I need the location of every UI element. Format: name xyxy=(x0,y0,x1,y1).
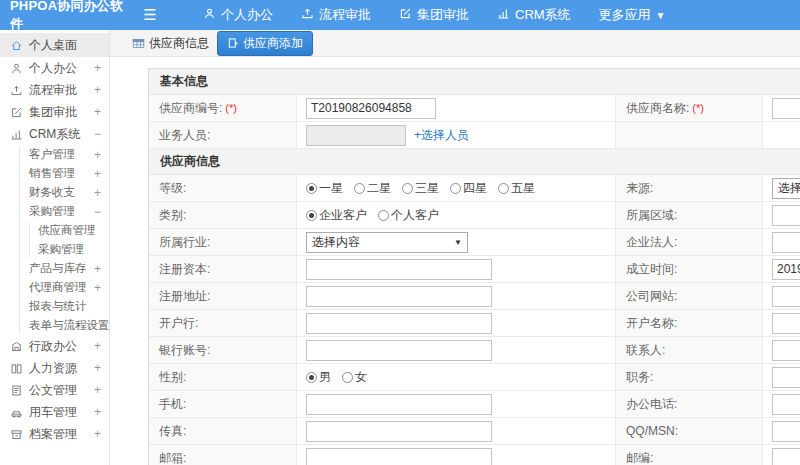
expand-indicator[interactable]: + xyxy=(94,361,101,375)
qq-msn-input[interactable] xyxy=(772,421,800,442)
radio-level-5[interactable] xyxy=(498,183,509,194)
supplier-no-input[interactable] xyxy=(306,98,436,119)
sidebar-item-purchasing[interactable]: 采购管理 xyxy=(0,240,109,259)
sidebar-item-label: 公文管理 xyxy=(29,382,77,399)
reg-capital-input[interactable] xyxy=(306,259,492,280)
reg-address-input[interactable] xyxy=(306,286,492,307)
sidebar-item-label: 集团审批 xyxy=(29,104,77,121)
expand-indicator[interactable]: + xyxy=(94,262,101,276)
sidebar-item-vehicle-mgmt[interactable]: 用车管理 + xyxy=(0,401,109,423)
nav-personal-office[interactable]: 个人办公 xyxy=(203,6,273,24)
sidebar-item-agent-mgmt[interactable]: 代理商管理 + xyxy=(0,278,109,297)
sidebar-item-customer-mgmt[interactable]: 客户管理 + xyxy=(0,145,109,164)
radio-level-3[interactable] xyxy=(402,183,413,194)
sidebar-item-label: CRM系统 xyxy=(29,126,80,143)
expand-indicator[interactable]: + xyxy=(94,427,101,441)
expand-indicator[interactable]: + xyxy=(94,105,101,119)
sidebar-item-archive-mgmt[interactable]: 档案管理 + xyxy=(0,423,109,445)
office-phone-input[interactable] xyxy=(772,394,800,415)
founded-date-input[interactable] xyxy=(772,259,800,280)
sidebar-item-product-inventory[interactable]: 产品与库存 + xyxy=(0,259,109,278)
expand-indicator[interactable]: + xyxy=(94,281,101,295)
sidebar-item-label: 代理商管理 xyxy=(29,280,87,295)
sidebar: 个人桌面 个人办公 + 流程审批 + 集团审批 + CRM系统 − 客户管理 + xyxy=(0,30,110,465)
account-name-input[interactable] xyxy=(772,313,800,334)
gender-radio-group: 男 女 xyxy=(306,369,374,386)
sidebar-item-admin-office[interactable]: 行政办公 + xyxy=(0,335,109,357)
expand-indicator[interactable]: + xyxy=(94,339,101,353)
form-row: 银行账号: 联系人: xyxy=(149,337,800,364)
bank-account-input[interactable] xyxy=(306,340,492,361)
business-person-input[interactable] xyxy=(306,125,406,146)
sidebar-item-reports-stats[interactable]: 报表与统计 xyxy=(0,297,109,316)
sidebar-item-form-flow-settings[interactable]: 表单与流程设置 + xyxy=(0,316,109,335)
radio-level-1[interactable] xyxy=(306,183,317,194)
radio-level-2[interactable] xyxy=(354,183,365,194)
collapse-indicator[interactable]: − xyxy=(94,127,101,141)
sidebar-item-purchase-mgmt[interactable]: 采购管理 − xyxy=(0,202,109,221)
nav-crm-system[interactable]: CRM系统 xyxy=(497,6,571,24)
field-label: 注册资本: xyxy=(149,256,297,282)
sidebar-item-sales-mgmt[interactable]: 销售管理 + xyxy=(0,164,109,183)
radio-level-4[interactable] xyxy=(450,183,461,194)
sidebar-item-document-mgmt[interactable]: 公文管理 + xyxy=(0,379,109,401)
sidebar-item-process-approval[interactable]: 流程审批 + xyxy=(0,79,109,101)
sidebar-item-label: 采购管理 xyxy=(29,204,75,219)
nav-group-approval[interactable]: 集团审批 xyxy=(399,6,469,24)
expand-indicator[interactable]: + xyxy=(94,383,101,397)
industry-select[interactable]: 选择内容▼ xyxy=(306,232,468,253)
form-row: 所属行业: 选择内容▼ 企业法人: xyxy=(149,229,800,256)
mobile-input[interactable] xyxy=(306,394,492,415)
website-input[interactable] xyxy=(772,286,800,307)
sidebar-item-crm-system[interactable]: CRM系统 − xyxy=(0,123,109,145)
sidebar-item-group-approval[interactable]: 集团审批 + xyxy=(0,101,109,123)
legal-person-input[interactable] xyxy=(772,232,800,253)
position-input[interactable] xyxy=(772,367,800,388)
field-label: 性别: xyxy=(149,364,297,390)
radio-male[interactable] xyxy=(306,372,317,383)
document-icon xyxy=(10,384,23,397)
source-select[interactable]: 选择内容▼ xyxy=(772,178,800,199)
field-label: 银行账号: xyxy=(149,337,297,363)
form-row: 业务人员: +选择人员 xyxy=(149,122,800,149)
region-input[interactable] xyxy=(772,205,800,226)
expand-indicator[interactable]: + xyxy=(94,405,101,419)
email-input[interactable] xyxy=(306,448,492,465)
sidebar-item-human-resources[interactable]: 人力资源 + xyxy=(0,357,109,379)
supplier-name-input[interactable] xyxy=(772,98,800,119)
expand-indicator[interactable]: + xyxy=(94,186,101,200)
sidebar-item-label: 报表与统计 xyxy=(29,299,87,314)
tab-supplier-add[interactable]: 供应商添加 xyxy=(217,31,313,56)
expand-indicator[interactable]: + xyxy=(94,83,101,97)
expand-indicator[interactable]: + xyxy=(94,167,101,181)
zip-input[interactable] xyxy=(772,448,800,465)
expand-indicator[interactable]: + xyxy=(94,148,101,162)
field-label: 所属行业: xyxy=(149,229,297,255)
bank-input[interactable] xyxy=(306,313,492,334)
crm-submenu: 客户管理 + 销售管理 + 财务收支 + 采购管理 − 供应商管理 采购管理 xyxy=(0,145,109,335)
radio-label: 一星 xyxy=(319,180,343,197)
field-label: 公司网站: xyxy=(616,283,763,309)
sidebar-item-personal-office[interactable]: 个人办公 + xyxy=(0,57,109,79)
menu-toggle-icon[interactable]: ☰ xyxy=(135,6,165,24)
tab-supplier-info[interactable]: 供应商信息 xyxy=(132,35,209,52)
field-label: 手机: xyxy=(149,391,297,417)
radio-personal-customer[interactable] xyxy=(378,210,389,221)
radio-enterprise-customer[interactable] xyxy=(306,210,317,221)
nav-label: 更多应用 xyxy=(599,6,651,24)
collapse-indicator[interactable]: − xyxy=(94,205,101,219)
expand-indicator[interactable]: + xyxy=(94,61,101,75)
radio-female[interactable] xyxy=(342,372,353,383)
field-label: 类别: xyxy=(149,202,297,228)
category-radio-group: 企业客户 个人客户 xyxy=(306,207,446,224)
sidebar-item-personal-desktop[interactable]: 个人桌面 xyxy=(0,33,109,57)
fax-input[interactable] xyxy=(306,421,492,442)
choose-person-link[interactable]: +选择人员 xyxy=(414,127,469,144)
nav-process-approval[interactable]: 流程审批 xyxy=(301,6,371,24)
sidebar-item-label: 行政办公 xyxy=(29,338,77,355)
contact-input[interactable] xyxy=(772,340,800,361)
sidebar-item-label: 流程审批 xyxy=(29,82,77,99)
nav-more-apps[interactable]: 更多应用 ▼ xyxy=(599,6,666,24)
sidebar-item-supplier-mgmt[interactable]: 供应商管理 xyxy=(0,221,109,240)
sidebar-item-finance[interactable]: 财务收支 + xyxy=(0,183,109,202)
